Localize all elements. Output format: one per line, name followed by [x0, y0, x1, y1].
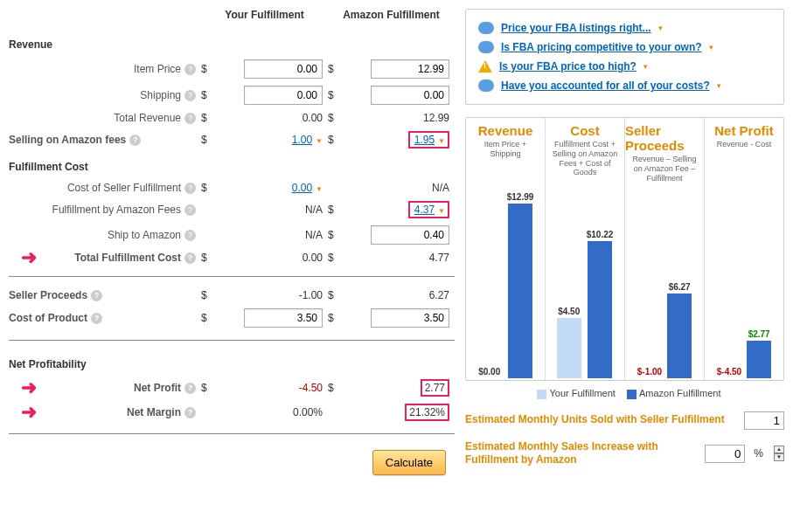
amz-total-revenue: 12.99	[371, 112, 449, 124]
amz-cost-product-input[interactable]	[371, 308, 449, 328]
chevron-down-icon: ▾	[658, 24, 663, 32]
help-icon[interactable]: ?	[184, 183, 196, 194]
help-icon[interactable]: ?	[184, 90, 196, 101]
legend-swatch-amz	[627, 390, 636, 399]
help-icon[interactable]: ?	[184, 113, 196, 124]
calculate-button[interactable]: Calculate	[372, 450, 446, 475]
caret-down-icon: ▼	[438, 137, 445, 145]
est-units-input[interactable]	[744, 411, 784, 430]
amz-cost-seller-f: N/A	[371, 182, 449, 194]
chat-bubble-icon	[478, 22, 494, 34]
tip-link-3[interactable]: Have you accounted for all of your costs…	[501, 79, 710, 92]
chevron-down-icon: ▾	[709, 43, 713, 52]
your-total-fc: 0.00	[244, 252, 323, 264]
help-icon[interactable]: ?	[184, 383, 196, 394]
amz-fba-fees-link[interactable]: 4.37	[413, 204, 436, 216]
est-units-row: Estimated Monthly Units Sold with Seller…	[465, 406, 784, 435]
bar-label: $6.27	[669, 282, 691, 292]
help-icon[interactable]: ?	[184, 407, 196, 418]
amz-item-price-input[interactable]	[371, 59, 449, 79]
section-revenue: Revenue	[9, 33, 455, 52]
your-ship-to-amz: N/A	[244, 229, 323, 241]
amz-net-margin: 21.32%	[405, 404, 449, 421]
tip-link-0[interactable]: Price your FBA listings right...	[501, 22, 651, 34]
bar-group: $6.27	[667, 188, 692, 378]
chart-bars: $-1.00$6.27	[625, 188, 704, 380]
chart-col-title: Seller Proceeds	[625, 118, 704, 153]
arrow-icon: ➜	[21, 246, 37, 269]
chart-col-title: Net Profit	[714, 118, 774, 138]
your-total-revenue: 0.00	[244, 112, 323, 124]
bar-label: $-4.50	[717, 367, 741, 377]
tip-link-1[interactable]: Is FBA pricing competitive to your own?	[501, 41, 702, 53]
amz-ship-to-amz-input[interactable]	[371, 225, 449, 245]
chart-col-subtitle: Fulfillment Cost + Selling on Amazon Fee…	[546, 138, 624, 183]
fba-calculator-grid: Your Fulfillment Amazon Fulfillment Reve…	[9, 9, 455, 439]
help-icon[interactable]: ?	[184, 64, 196, 75]
row-ship-to-amz: Ship to Amazon?	[9, 229, 201, 241]
bar	[508, 204, 532, 378]
row-item-price: Item Price?	[9, 63, 201, 75]
chart-col-title: Cost	[570, 118, 599, 138]
your-item-price-input[interactable]	[244, 59, 323, 79]
col-header-your: Your Fulfillment	[201, 9, 328, 26]
chat-bubble-icon	[478, 79, 494, 92]
chart-col-subtitle: Revenue – Selling on Amazon Fee – Fulfil…	[625, 153, 704, 188]
caret-down-icon: ▼	[316, 185, 323, 193]
row-net-margin: ➜Net Margin?	[9, 406, 201, 418]
row-selling-fees: Selling on Amazon fees?	[9, 134, 201, 146]
bar	[588, 241, 612, 378]
bar-group: $4.50	[557, 183, 581, 378]
chevron-down-icon: ▾	[643, 62, 648, 71]
help-icon[interactable]: ?	[184, 252, 196, 264]
chart-col: Seller ProceedsRevenue – Selling on Amaz…	[624, 118, 704, 380]
bar-label: $2.77	[748, 329, 770, 339]
est-increase-input[interactable]	[705, 445, 745, 463]
help-icon[interactable]: ?	[91, 290, 102, 301]
chart-col-subtitle: Revenue - Cost	[713, 138, 776, 155]
col-header-amz: Amazon Fulfillment	[328, 9, 455, 26]
your-cost-product-input[interactable]	[244, 308, 323, 328]
row-cost-seller-fulfillment: Cost of Seller Fulfillment?	[9, 182, 201, 194]
caret-down-icon: ▼	[316, 137, 323, 145]
est-units-label: Estimated Monthly Units Sold with Seller…	[465, 413, 735, 427]
chart-legend: Your Fulfillment Amazon Fulfillment	[465, 381, 784, 406]
chart-col-title: Revenue	[478, 118, 533, 138]
amz-selling-fees-link[interactable]: 1.95	[413, 134, 436, 146]
row-shipping: Shipping?	[9, 89, 201, 101]
help-icon[interactable]: ?	[129, 135, 141, 146]
arrow-icon: ➜	[21, 377, 37, 399]
bar-group: $-4.50	[717, 155, 741, 378]
help-icon[interactable]: ?	[184, 230, 196, 241]
row-net-profit: ➜Net Profit?	[9, 382, 201, 394]
your-seller-proceeds: -1.00	[244, 289, 323, 301]
bar-label: $12.99	[507, 192, 534, 202]
amz-total-fc: 4.77	[371, 252, 449, 264]
amz-seller-proceeds: 6.27	[371, 289, 449, 301]
bar	[557, 318, 581, 378]
amz-shipping-input[interactable]	[371, 86, 449, 105]
row-total-fc: ➜Total Fulfillment Cost?	[9, 252, 201, 264]
spinner-down-icon: ▼	[774, 453, 784, 461]
chart-bars: $4.50$10.22	[546, 183, 624, 380]
bar-group: $-1.00	[637, 188, 662, 378]
your-net-margin: 0.00%	[244, 406, 323, 418]
help-icon[interactable]: ?	[184, 204, 196, 216]
your-net-profit: -4.50	[244, 382, 323, 394]
chart-col: RevenueItem Price + Shipping$0.00$12.99	[466, 118, 545, 380]
caret-down-icon: ▼	[438, 207, 445, 215]
help-icon[interactable]: ?	[91, 313, 102, 324]
bar-label: $-1.00	[637, 367, 662, 377]
section-fulfillment: Fulfillment Cost	[9, 155, 455, 175]
your-cost-seller-f-link[interactable]: 0.00	[290, 182, 314, 194]
your-fba-fees: N/A	[244, 204, 323, 216]
your-shipping-input[interactable]	[244, 86, 323, 105]
spinner[interactable]: ▲▼	[774, 446, 784, 461]
bar-group: $0.00	[477, 164, 502, 378]
chart-col: CostFulfillment Cost + Selling on Amazon…	[545, 118, 624, 380]
row-total-revenue: Total Revenue?	[9, 112, 201, 124]
chart-panel: RevenueItem Price + Shipping$0.00$12.99C…	[465, 117, 784, 381]
bar-label: $0.00	[478, 367, 500, 377]
your-selling-fees-link[interactable]: 1.00	[290, 134, 314, 146]
tip-link-2[interactable]: Is your FBA price too high?	[499, 60, 636, 73]
